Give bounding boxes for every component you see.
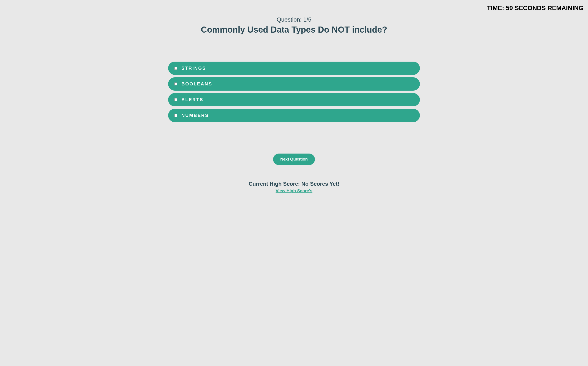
next-button-container: Next Question xyxy=(5,153,583,165)
answer-label-2: ALERTS xyxy=(181,97,204,102)
answer-checkbox-3[interactable] xyxy=(174,114,177,117)
question-number: Question: 1/5 xyxy=(5,16,583,23)
answer-option-3[interactable]: NUMBERS xyxy=(168,109,420,122)
question-text: Commonly Used Data Types Do NOT include? xyxy=(5,25,583,35)
answer-checkbox-2[interactable] xyxy=(174,98,177,101)
high-score-text: Current High Score: No Scores Yet! xyxy=(5,181,583,187)
answer-label-3: NUMBERS xyxy=(181,113,209,118)
question-header: Question: 1/5 Commonly Used Data Types D… xyxy=(5,16,583,35)
answer-checkbox-1[interactable] xyxy=(174,83,177,85)
footer: Current High Score: No Scores Yet! View … xyxy=(5,181,583,193)
view-high-scores-link[interactable]: View High Score's xyxy=(276,188,312,193)
timer-display: TIME: 59 SECONDS REMAINING xyxy=(5,5,583,12)
answer-label-0: STRINGS xyxy=(181,66,206,71)
answer-option-2[interactable]: ALERTS xyxy=(168,93,420,106)
answers-container: STRINGS BOOLEANS ALERTS NUMBERS xyxy=(166,61,422,122)
next-question-button[interactable]: Next Question xyxy=(273,153,315,165)
answer-label-1: BOOLEANS xyxy=(181,81,212,87)
answer-option-1[interactable]: BOOLEANS xyxy=(168,77,420,91)
answer-option-0[interactable]: STRINGS xyxy=(168,61,420,75)
answer-checkbox-0[interactable] xyxy=(174,67,177,70)
